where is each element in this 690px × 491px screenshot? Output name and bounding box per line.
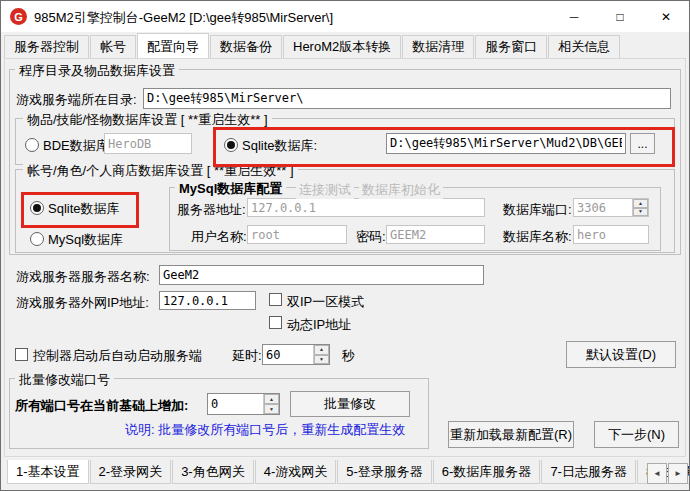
external-ip-label: 游戏服务器外网IP地址:: [16, 294, 149, 312]
server-dir-input[interactable]: [143, 88, 671, 109]
tab-config-wizard[interactable]: 配置向导: [137, 33, 209, 58]
tab-2-login-gateway[interactable]: 2-登录网关: [90, 460, 172, 484]
port-increase-spinner-up-button[interactable]: ▲: [264, 394, 279, 404]
tab-4-game-gateway[interactable]: 4-游戏网关: [255, 460, 337, 484]
server-dir-label: 游戏服务端所在目录:: [16, 91, 137, 109]
db-host-label: 服务器地址:: [177, 201, 246, 219]
next-step-button[interactable]: 下一步(N): [594, 421, 679, 448]
delay-spinner-up-button[interactable]: ▲: [314, 345, 329, 355]
app-icon: G: [10, 8, 27, 25]
tab-data-backup[interactable]: 数据备份: [210, 35, 282, 58]
bde-db-input: [104, 133, 192, 154]
tab-scroll-right-icon: ►: [674, 469, 682, 478]
spinner-down-icon: ▼: [319, 357, 324, 362]
tab-service-window[interactable]: 服务窗口: [475, 35, 547, 58]
close-icon: ✕: [661, 10, 671, 24]
minimize-button[interactable]: ─: [551, 1, 597, 32]
delay-unit-label: 秒: [342, 347, 355, 365]
batch-modify-button[interactable]: 批量修改: [290, 391, 410, 417]
dual-ip-label: 双IP一区模式: [287, 293, 364, 311]
mysql-account-db-radio[interactable]: [30, 232, 44, 246]
mysql-account-db-label: MySql数据库: [48, 231, 123, 249]
db-password-label: 密码:: [356, 228, 386, 246]
db-user-input: [247, 225, 347, 244]
batch-port-group-title: 批量修改端口号: [15, 371, 114, 389]
spinner-down-icon: ▼: [269, 407, 274, 412]
delay-input[interactable]: [263, 345, 313, 364]
tab-1-basic-settings[interactable]: 1-基本设置: [7, 460, 89, 484]
sqlite-item-db-radio[interactable]: [224, 138, 238, 152]
spinner-up-icon: ▲: [319, 347, 324, 352]
tab-scroll-left-icon: ◄: [653, 469, 661, 478]
tab-6-database-server[interactable]: 6-数据库服务器: [433, 460, 541, 484]
spinner-up-icon: ▲: [269, 397, 274, 402]
sqlite-item-db-label: Sqlite数据库:: [242, 137, 317, 155]
maximize-icon: □: [616, 10, 623, 24]
sqlite-account-db-label: Sqlite数据库: [48, 200, 120, 218]
sqlite-item-db-path-input[interactable]: [386, 133, 626, 154]
tab-5-login-server[interactable]: 5-登录服务器: [337, 460, 432, 484]
autostart-checkbox[interactable]: [15, 348, 28, 361]
batch-port-note: 说明: 批量修改所有端口号后，重新生成配置生效: [125, 421, 405, 439]
spinner-up-icon: ▲: [638, 201, 643, 206]
tab-scroll-left-button[interactable]: ◄: [647, 463, 667, 484]
server-name-label: 游戏服务器服务器名称:: [16, 268, 150, 286]
tab-herom2-convert[interactable]: HeroM2版本转换: [283, 35, 401, 58]
top-tab-bar: 服务器控制 帐号 配置向导 数据备份 HeroM2版本转换 数据清理 服务窗口 …: [4, 34, 621, 58]
db-port-spinner: ▲ ▼: [573, 198, 649, 217]
delay-spinner[interactable]: ▲ ▼: [262, 344, 330, 365]
dynamic-ip-label: 动态IP地址: [287, 316, 351, 334]
tab-account[interactable]: 帐号: [90, 35, 136, 58]
port-increase-input[interactable]: [208, 394, 263, 414]
sqlite-account-db-radio[interactable]: [30, 201, 44, 215]
db-port-input: [574, 199, 632, 216]
spinner-down-icon: ▼: [638, 209, 643, 214]
reload-config-button[interactable]: 重新加载最新配置(R): [448, 421, 574, 448]
db-name-label: 数据库名称:: [503, 228, 572, 246]
db-host-input: [247, 198, 485, 217]
item-db-group-title: 物品/技能/怪物数据库设置 [ **重启生效** ]: [23, 111, 272, 129]
autostart-label: 控制器启动后自动启动服务端: [33, 347, 202, 365]
db-port-spinner-down-button: ▼: [633, 208, 648, 217]
dynamic-ip-checkbox[interactable]: [269, 316, 282, 329]
port-increase-spinner[interactable]: ▲ ▼: [207, 393, 280, 415]
close-button[interactable]: ✕: [643, 1, 689, 32]
tab-data-clean[interactable]: 数据清理: [402, 35, 474, 58]
db-password-input: [386, 225, 485, 244]
mysql-config-group-title: MySql数据库配置: [175, 180, 286, 198]
tab-scroll-right-button[interactable]: ►: [668, 463, 688, 484]
db-init-link: 数据库初始化: [359, 181, 443, 199]
db-name-input: [573, 225, 649, 244]
port-increase-spinner-down-button[interactable]: ▼: [264, 404, 279, 414]
bde-db-radio[interactable]: [25, 138, 39, 152]
tab-related-info[interactable]: 相关信息: [548, 35, 620, 58]
db-port-label: 数据库端口:: [503, 201, 572, 219]
delay-label: 延时:: [232, 347, 262, 365]
browse-button[interactable]: ...: [630, 133, 655, 154]
db-port-spinner-up-button: ▲: [633, 199, 648, 208]
dual-ip-checkbox[interactable]: [269, 293, 282, 306]
account-db-group-title: 帐号/角色/个人商店数据库设置 [ **重启生效** ]: [23, 162, 298, 180]
port-increase-label: 所有端口号在当前基础上增加:: [15, 397, 188, 415]
connect-test-link: 连接测试: [296, 181, 354, 199]
bottom-tab-scroll: ◄ ►: [647, 463, 689, 484]
db-user-label: 用户名称:: [191, 228, 247, 246]
bottom-tab-bar: 1-基本设置 2-登录网关 3-角色网关 4-游戏网关 5-登录服务器 6-数据…: [7, 460, 690, 485]
server-name-input[interactable]: [159, 265, 484, 285]
app-window: G 985M2引擎控制台-GeeM2 [D:\gee转985\MirServer…: [0, 0, 690, 491]
tab-7-log-server[interactable]: 7-日志服务器: [541, 460, 636, 484]
maximize-button[interactable]: □: [597, 1, 643, 32]
external-ip-input[interactable]: [159, 291, 256, 310]
tab-server-control[interactable]: 服务器控制: [4, 35, 89, 58]
program-dir-group-title: 程序目录及物品数据库设置: [15, 62, 179, 80]
bde-db-label: BDE数据库:: [43, 137, 112, 155]
default-settings-button[interactable]: 默认设置(D): [566, 341, 676, 368]
window-title: 985M2引擎控制台-GeeM2 [D:\gee转985\MirServer\]: [34, 9, 333, 27]
minimize-icon: ─: [570, 10, 579, 24]
titlebar: G 985M2引擎控制台-GeeM2 [D:\gee转985\MirServer…: [1, 1, 689, 32]
tab-3-role-gateway[interactable]: 3-角色网关: [172, 460, 254, 484]
delay-spinner-down-button[interactable]: ▼: [314, 355, 329, 365]
window-controls: ─ □ ✕: [551, 1, 689, 32]
